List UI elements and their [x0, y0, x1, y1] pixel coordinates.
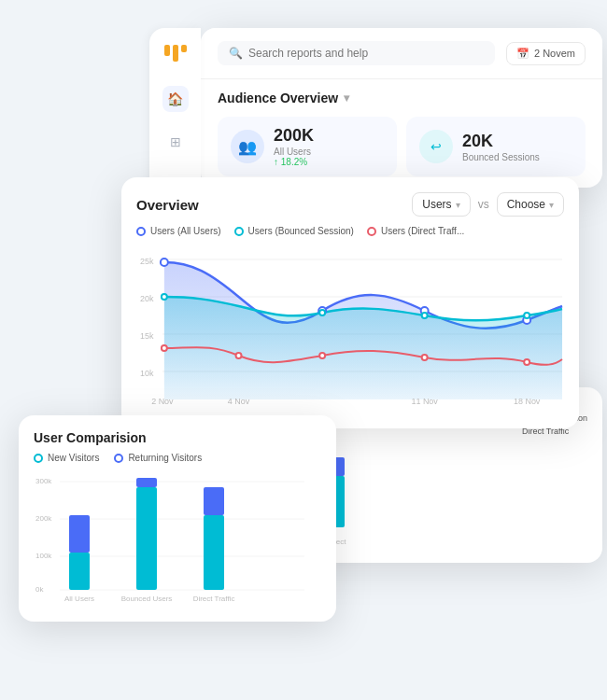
- stat-info-users: 200K All Users ↑ 18.2%: [274, 126, 314, 167]
- main-window: 🔍 📅 2 Novem Audience Overview ▾ 👥 200K A…: [201, 28, 602, 188]
- logo-bar-1: [164, 45, 170, 56]
- uc-dot-returning: [114, 454, 123, 463]
- stat-value-bounced: 20K: [462, 132, 540, 151]
- svg-text:Direct Traffic: Direct Traffic: [193, 595, 235, 603]
- svg-text:300k: 300k: [35, 477, 52, 485]
- stat-change-users: ↑ 18.2%: [274, 157, 314, 167]
- chart-legend: Users (All Users) Users (Bounced Session…: [136, 226, 564, 236]
- svg-text:11 Nov: 11 Nov: [411, 397, 438, 406]
- svg-text:15k: 15k: [140, 331, 154, 341]
- legend-dot-0: [136, 227, 146, 236]
- topbar: 🔍 📅 2 Novem: [201, 28, 602, 79]
- svg-point-13: [319, 310, 325, 315]
- svg-point-16: [162, 345, 167, 351]
- svg-text:Bounced Users: Bounced Users: [121, 595, 173, 603]
- svg-point-15: [524, 313, 529, 318]
- svg-point-17: [236, 353, 242, 358]
- uc-legend: New Visitors Returning Visitors: [34, 453, 321, 463]
- uc-chart-svg: 300k 200k 100k 0k All Users Bounced User…: [34, 472, 314, 603]
- stat-label-users: All Users: [274, 147, 314, 157]
- svg-text:2 Nov: 2 Nov: [151, 397, 174, 406]
- svg-text:18 Nov: 18 Nov: [514, 397, 541, 406]
- sidebar-item-home[interactable]: 🏠: [162, 86, 189, 112]
- svg-rect-43: [69, 553, 90, 590]
- svg-point-14: [422, 313, 428, 318]
- stat-card-users: 👥 200K All Users ↑ 18.2%: [218, 117, 397, 176]
- date-label: 2 Novem: [534, 48, 575, 59]
- logo-bar-2: [173, 45, 178, 62]
- overview-header: Overview Users ▾ vs Choose ▾: [136, 192, 564, 217]
- audience-title: Audience Overview ▾: [218, 91, 349, 105]
- svg-rect-45: [136, 487, 157, 590]
- date-button[interactable]: 📅 2 Novem: [506, 42, 586, 65]
- search-icon: 🔍: [229, 47, 243, 60]
- logo-bar-3: [181, 45, 187, 52]
- svg-point-19: [422, 355, 428, 360]
- svg-rect-47: [204, 515, 224, 590]
- logo: [164, 45, 187, 62]
- users-icon: 👥: [231, 130, 264, 163]
- svg-text:100k: 100k: [35, 552, 52, 560]
- legend-item-0: Users (All Users): [136, 226, 221, 236]
- sidebar-item-dashboard[interactable]: ⊞: [162, 129, 189, 155]
- svg-text:200k: 200k: [35, 514, 52, 523]
- legend-dot-2: [367, 227, 376, 236]
- svg-point-8: [161, 259, 168, 266]
- legend-label-1: Users (Bounced Session): [248, 226, 354, 236]
- stat-label-bounced: Bounced Sessions: [462, 152, 540, 162]
- vs-text: vs: [478, 198, 489, 211]
- uc-legend-new: New Visitors: [34, 453, 99, 463]
- uc-dot-new: [34, 454, 43, 463]
- user-comp-title: User Comparision: [34, 430, 321, 445]
- users-dropdown-label: Users: [422, 198, 451, 211]
- svg-point-20: [524, 359, 529, 365]
- stat-card-bounced: ↩ 20K Bounced Sessions: [406, 117, 586, 176]
- legend-label-0: Users (All Users): [150, 226, 221, 236]
- legend-dot-1: [234, 227, 244, 236]
- overview-card: Overview Users ▾ vs Choose ▾ Users (All …: [121, 177, 579, 428]
- svg-text:4 Nov: 4 Nov: [228, 397, 250, 406]
- choose-dropdown-chevron: ▾: [549, 200, 554, 210]
- calendar-icon: 📅: [516, 48, 529, 60]
- filter-row: Users ▾ vs Choose ▾: [412, 192, 564, 217]
- svg-point-12: [162, 294, 167, 300]
- legend-item-2: Users (Direct Traff...: [367, 226, 464, 236]
- legend-label-2: Users (Direct Traff...: [381, 226, 464, 236]
- overview-title: Overview: [136, 197, 199, 213]
- svg-text:20k: 20k: [140, 294, 154, 303]
- svg-text:All Users: All Users: [64, 595, 94, 603]
- choose-dropdown-label: Choose: [507, 198, 545, 211]
- audience-chevron[interactable]: ▾: [344, 91, 349, 105]
- stat-value-users: 200K: [274, 126, 314, 146]
- uc-label-returning: Returning Visitors: [128, 453, 202, 463]
- line-chart-svg: 25k 20k 15k 10k: [136, 245, 564, 409]
- svg-rect-46: [136, 478, 157, 487]
- svg-text:25k: 25k: [140, 257, 154, 266]
- svg-rect-44: [69, 515, 90, 553]
- search-input[interactable]: [248, 47, 484, 60]
- audience-title-text: Audience Overview: [218, 91, 338, 105]
- uc-legend-returning: Returning Visitors: [114, 453, 202, 463]
- svg-text:10k: 10k: [140, 369, 154, 378]
- svg-rect-48: [204, 487, 224, 515]
- search-bar[interactable]: 🔍: [218, 41, 495, 65]
- svg-text:0k: 0k: [35, 585, 44, 594]
- bounced-icon: ↩: [419, 130, 453, 163]
- legend-item-1: Users (Bounced Session): [234, 226, 354, 236]
- line-chart: 25k 20k 15k 10k: [136, 245, 564, 413]
- stat-info-bounced: 20K Bounced Sessions: [462, 132, 540, 162]
- audience-header: Audience Overview ▾: [201, 79, 602, 117]
- users-dropdown-chevron: ▾: [456, 200, 460, 210]
- user-comparison-card: User Comparision New Visitors Returning …: [19, 415, 336, 622]
- svg-point-18: [319, 353, 325, 358]
- choose-dropdown[interactable]: Choose ▾: [497, 192, 564, 217]
- users-dropdown[interactable]: Users ▾: [412, 192, 470, 217]
- uc-label-new: New Visitors: [48, 453, 99, 463]
